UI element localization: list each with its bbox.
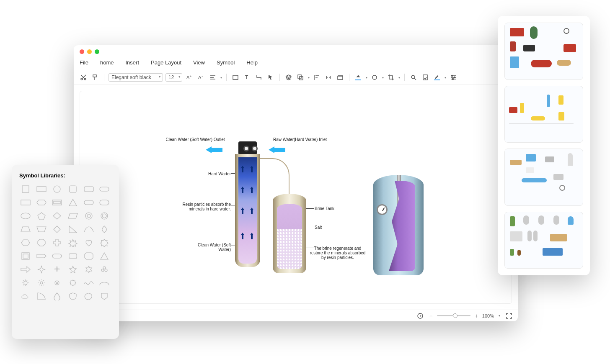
template-thumb-1[interactable] bbox=[504, 23, 583, 80]
connector-tool[interactable] bbox=[254, 73, 264, 82]
align-text-button[interactable] bbox=[208, 73, 217, 82]
shape-pill-2[interactable] bbox=[83, 197, 95, 208]
shape-sun[interactable] bbox=[35, 277, 48, 288]
shape-double-rect[interactable] bbox=[51, 197, 63, 208]
fullscreen-button[interactable] bbox=[504, 311, 514, 320]
shape-pill[interactable] bbox=[98, 184, 111, 195]
zoom-handle[interactable] bbox=[453, 313, 458, 318]
shape-seal[interactable] bbox=[98, 237, 111, 248]
menu-symbol[interactable]: Symbol bbox=[217, 59, 235, 66]
size-button[interactable] bbox=[336, 73, 345, 82]
brine-tank[interactable] bbox=[273, 194, 306, 273]
search-button[interactable] bbox=[409, 73, 418, 82]
template-thumb-2[interactable] bbox=[504, 86, 583, 143]
pen-color-button[interactable] bbox=[432, 73, 442, 82]
menu-file[interactable]: File bbox=[80, 59, 88, 66]
shape-rect-2[interactable] bbox=[19, 197, 32, 208]
present-button[interactable] bbox=[416, 311, 425, 320]
shape-ellipse[interactable] bbox=[19, 210, 32, 221]
shape-stadium[interactable] bbox=[98, 197, 111, 208]
softener-tank[interactable] bbox=[235, 141, 260, 271]
shape-octagon[interactable] bbox=[35, 237, 48, 248]
layers-button[interactable] bbox=[284, 73, 293, 82]
shape-blob[interactable] bbox=[83, 291, 95, 302]
shape-wave[interactable] bbox=[83, 277, 95, 288]
shape-capsule[interactable] bbox=[51, 251, 63, 261]
shape-cog[interactable] bbox=[67, 277, 79, 288]
menu-page-layout[interactable]: Page Layout bbox=[151, 59, 181, 66]
shape-drop[interactable] bbox=[51, 291, 63, 302]
shape-trapezoid-2[interactable] bbox=[35, 224, 48, 235]
shape-bevel[interactable] bbox=[83, 251, 95, 261]
storage-tank[interactable] bbox=[373, 175, 424, 275]
shape-square[interactable] bbox=[19, 184, 32, 195]
menu-insert[interactable]: Insert bbox=[125, 59, 139, 66]
shape-hexagon[interactable] bbox=[19, 237, 32, 248]
flip-button[interactable] bbox=[324, 73, 333, 82]
shape-rounded-square[interactable] bbox=[67, 184, 79, 195]
rectangle-tool[interactable] bbox=[231, 73, 240, 82]
shape-star-5[interactable] bbox=[67, 264, 79, 275]
shape-cloud[interactable] bbox=[19, 291, 32, 302]
shape-gear[interactable] bbox=[19, 277, 32, 288]
format-painter-button[interactable] bbox=[90, 73, 100, 82]
decrease-font-button[interactable]: A− bbox=[196, 73, 206, 82]
zoom-slider[interactable] bbox=[437, 315, 470, 316]
template-thumb-4[interactable] bbox=[504, 212, 583, 269]
shape-triangle-2[interactable] bbox=[98, 251, 111, 261]
shape-rect[interactable] bbox=[35, 184, 48, 195]
shape-parallelogram[interactable] bbox=[67, 210, 79, 221]
font-family-select[interactable]: Elegant soft black bbox=[109, 73, 163, 82]
group-button[interactable] bbox=[296, 73, 305, 82]
drawing-canvas[interactable]: Clean Water (Soft Water) Outlet Raw Wate… bbox=[80, 91, 512, 304]
cut-button[interactable] bbox=[79, 73, 88, 82]
shape-diamond[interactable] bbox=[51, 210, 63, 221]
zoom-level[interactable]: 100% bbox=[482, 313, 494, 318]
page-setup-button[interactable] bbox=[421, 73, 430, 82]
shape-curve[interactable] bbox=[83, 224, 95, 235]
maximize-icon[interactable] bbox=[95, 49, 99, 54]
settings-button[interactable] bbox=[449, 73, 458, 82]
shape-heart[interactable] bbox=[83, 237, 95, 248]
shape-ring[interactable] bbox=[83, 210, 95, 221]
shape-pentagon[interactable] bbox=[35, 210, 48, 221]
zoom-in-button[interactable]: + bbox=[475, 313, 478, 319]
menu-help[interactable]: Help bbox=[246, 59, 258, 66]
shape-gear-12[interactable] bbox=[51, 277, 63, 288]
shape-frame-square[interactable] bbox=[19, 251, 32, 261]
shape-hexagon-h[interactable] bbox=[35, 197, 48, 208]
menu-home[interactable]: home bbox=[100, 59, 114, 66]
text-tool[interactable]: T bbox=[243, 73, 252, 82]
pointer-tool[interactable] bbox=[266, 73, 275, 82]
fill-color-button[interactable] bbox=[354, 73, 363, 82]
line-style-button[interactable] bbox=[370, 73, 379, 82]
shape-circle[interactable] bbox=[51, 184, 63, 195]
crop-button[interactable] bbox=[386, 73, 395, 82]
shape-star-4[interactable] bbox=[35, 264, 48, 275]
zoom-out-button[interactable]: − bbox=[429, 313, 432, 319]
shape-trapezoid[interactable] bbox=[19, 224, 32, 235]
shape-flower[interactable] bbox=[98, 264, 111, 275]
shape-wedge[interactable] bbox=[35, 251, 48, 261]
close-icon[interactable] bbox=[80, 49, 84, 54]
template-thumb-3[interactable] bbox=[504, 149, 583, 206]
shape-badge[interactable] bbox=[98, 291, 111, 302]
shape-right-triangle[interactable] bbox=[67, 224, 79, 235]
shape-burst[interactable] bbox=[67, 237, 79, 248]
shape-quarter[interactable] bbox=[35, 291, 48, 302]
shape-cross[interactable] bbox=[51, 237, 63, 248]
shape-lozenge[interactable] bbox=[67, 251, 79, 261]
shape-sparkle[interactable] bbox=[51, 264, 63, 275]
font-size-select[interactable]: 12 bbox=[165, 73, 182, 82]
shape-rounded-rect[interactable] bbox=[83, 184, 95, 195]
shape-double-circle[interactable] bbox=[98, 210, 111, 221]
increase-font-button[interactable]: A+ bbox=[185, 73, 194, 82]
shape-shield[interactable] bbox=[67, 291, 79, 302]
shape-triangle[interactable] bbox=[67, 197, 79, 208]
shape-arc[interactable] bbox=[98, 277, 111, 288]
shape-teardrop[interactable] bbox=[98, 224, 111, 235]
shape-arrow-right[interactable] bbox=[19, 264, 32, 275]
menu-view[interactable]: View bbox=[193, 59, 205, 66]
shape-star-6[interactable] bbox=[83, 264, 95, 275]
minimize-icon[interactable] bbox=[87, 49, 92, 54]
